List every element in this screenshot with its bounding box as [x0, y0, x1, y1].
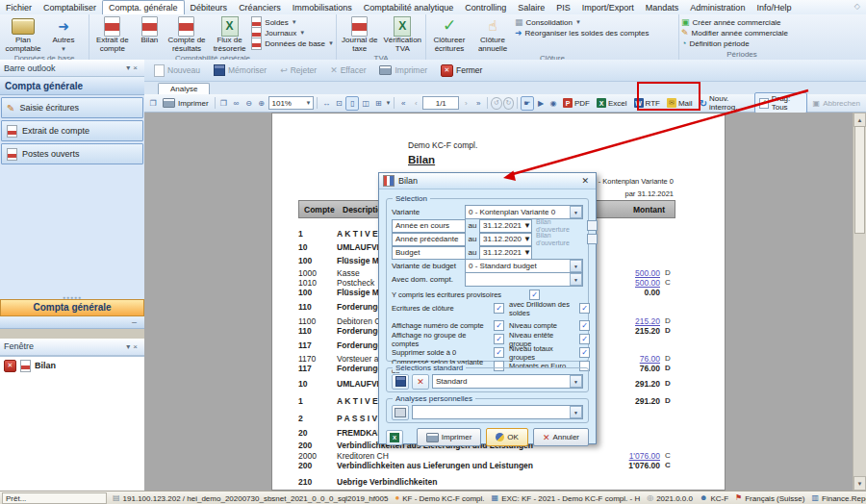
menu-item[interactable]: Immobilisations	[287, 0, 358, 14]
hand-tool-icon[interactable]: ☛	[521, 96, 534, 111]
period-date-combo[interactable]: 31.12.2021 ▼	[479, 219, 532, 233]
sidebar-item[interactable]: Postes ouverts	[1, 143, 143, 164]
bilan-ouverture-checkbox[interactable]	[587, 220, 598, 231]
sidebar-collapse-strip[interactable]: –	[0, 316, 144, 329]
history-forward-icon[interactable]: ↻	[503, 97, 514, 110]
export-rtf-button[interactable]: W RTF	[631, 97, 663, 109]
definition-periode-button[interactable]: ◔ Définition période	[681, 38, 788, 48]
nouveau-button[interactable]: Nouveau	[148, 63, 206, 79]
cloture-annuelle-button[interactable]: ☝ Clôture annuelle	[471, 15, 514, 53]
page-indicator[interactable]: 1/1	[422, 96, 459, 110]
app-corner-icon[interactable]: ◇	[849, 0, 866, 13]
plan-comptable-button[interactable]: Plan comptable	[2, 15, 44, 53]
tab-analyse[interactable]: Analyse	[158, 83, 210, 94]
amount-drilldown-link[interactable]	[607, 477, 660, 487]
cancel-button[interactable]: ▣ Abbrechen	[808, 96, 863, 111]
amount-drilldown-link[interactable]: 0.00	[607, 288, 660, 297]
journaux-button[interactable]: Journaux▼	[251, 28, 334, 38]
option-checkbox[interactable]	[494, 334, 504, 344]
amount-drilldown-link[interactable]	[607, 441, 660, 450]
scroll-down-icon[interactable]: ▼	[853, 476, 866, 491]
dialog-print-button[interactable]: Imprimer	[417, 428, 482, 446]
option-checkbox[interactable]	[579, 320, 590, 331]
history-back-icon[interactable]: ↺	[491, 97, 501, 110]
bilan-button[interactable]: Bilan	[135, 15, 166, 45]
verification-tva-button[interactable]: X Vérification TVA	[382, 15, 424, 53]
menu-item[interactable]: Créanciers	[233, 0, 287, 14]
search-icon[interactable]: ∞	[230, 97, 242, 110]
modifier-annee-commerciale-button[interactable]: ✎ Modifier année commerciale	[681, 28, 788, 38]
option-checkbox[interactable]	[579, 303, 590, 314]
budget-variant-combo[interactable]: 0 - Standard budget ▼	[465, 259, 583, 273]
consolidation-button[interactable]: ▦ Consolidation▼	[515, 17, 650, 27]
autres-button[interactable]: ➜ Autres ▼	[45, 15, 82, 53]
single-page-icon[interactable]: ▯	[345, 96, 359, 111]
sidebar-item[interactable]: ✎ Saisie écritures	[1, 97, 143, 118]
export-mail-button[interactable]: ✉ Mail	[664, 97, 696, 109]
menu-item[interactable]: Controlling	[459, 0, 512, 14]
menu-item[interactable]: Comptabiliser	[38, 0, 102, 14]
menu-item[interactable]: PIS	[550, 0, 576, 14]
creer-annee-commerciale-button[interactable]: ▣ Créer année commerciale	[681, 17, 788, 27]
copy-page-icon[interactable]: ❐	[217, 97, 229, 110]
soldes-button[interactable]: Soldes▼	[251, 17, 334, 27]
standard-selection-combo[interactable]: Standard ▼	[432, 374, 583, 389]
amount-drilldown-link[interactable]	[607, 414, 660, 423]
amount-drilldown-link[interactable]: 76.00	[607, 354, 660, 364]
drag-toggle[interactable]: ✓ Drag: Tous	[754, 92, 807, 113]
dialog-titlebar[interactable]: Bilan ✕	[379, 173, 596, 189]
zoom-in-icon[interactable]: ⊕	[255, 97, 267, 110]
period-name-input[interactable]: Année en cours	[392, 219, 466, 233]
dom-combo[interactable]: ▼	[465, 272, 583, 287]
effacer-button[interactable]: ✕ Effacer	[324, 63, 371, 77]
menu-item[interactable]: Import/Export	[576, 0, 640, 14]
close-window-icon[interactable]: ✕	[4, 360, 16, 372]
amount-drilldown-link[interactable]: 291.20	[607, 379, 660, 389]
close-icon[interactable]: ×	[133, 63, 140, 72]
fit-page-icon[interactable]: ⊡	[333, 97, 344, 110]
delete-selection-button[interactable]: ✕	[412, 374, 429, 390]
provisoires-checkbox[interactable]	[529, 290, 540, 300]
amount-drilldown-link[interactable]: 1'076.00	[607, 461, 660, 470]
scrollbar-thumb[interactable]	[854, 126, 865, 234]
chevron-down-icon[interactable]: ▼	[570, 206, 582, 218]
next-page-icon[interactable]: ›	[460, 97, 471, 110]
save-selection-button[interactable]	[392, 374, 409, 390]
snapshot-icon[interactable]: ◉	[548, 97, 559, 110]
close-icon[interactable]: ✕	[578, 176, 592, 186]
imprimer-button[interactable]: Imprimer	[373, 63, 433, 77]
menu-item[interactable]: Comptabilité analytique	[358, 0, 460, 14]
menu-item[interactable]: Débiteurs	[185, 0, 234, 14]
first-page-icon[interactable]: «	[397, 97, 409, 110]
menu-item[interactable]: Compta. générale	[102, 0, 185, 14]
amount-drilldown-link[interactable]: 500.00	[607, 268, 660, 278]
option-checkbox[interactable]	[494, 303, 504, 314]
fit-width-icon[interactable]: ↔	[320, 97, 332, 110]
amount-drilldown-link[interactable]: 1'076.00	[607, 451, 660, 461]
vertical-scrollbar[interactable]: ▲ ▼	[853, 113, 866, 491]
menu-item[interactable]: Info/Help	[751, 0, 797, 14]
export-excel-button[interactable]: X Excel	[594, 97, 630, 109]
two-pages-icon[interactable]: ◫	[360, 97, 371, 110]
cancel-button[interactable]: ✕ Annuler	[533, 428, 589, 446]
amount-drilldown-link[interactable]: 291.20	[607, 396, 660, 406]
menu-item[interactable]: Fichier	[0, 0, 38, 14]
reorganiser-soldes-button[interactable]: ➜ Réorganiser les soldes des comptes	[515, 28, 650, 38]
last-page-icon[interactable]: »	[472, 97, 484, 110]
menu-item[interactable]: Salaire	[512, 0, 550, 14]
export-pdf-button[interactable]: P PDF	[560, 97, 593, 109]
sidebar-item[interactable]: Extrait de compte	[1, 120, 143, 141]
amount-drilldown-link[interactable]: 215.20	[607, 326, 660, 336]
period-date-combo[interactable]: 31.12.2020 ▼	[479, 233, 532, 246]
print-button[interactable]: Imprimer	[160, 97, 212, 109]
new-query-button[interactable]: ↻ Nouv. interrog.	[697, 93, 753, 113]
scroll-up-icon[interactable]: ▲	[853, 113, 866, 127]
amount-drilldown-link[interactable]	[607, 242, 660, 252]
compta-generale-group-button[interactable]: Compta générale	[0, 299, 144, 316]
amount-drilldown-link[interactable]	[607, 256, 660, 265]
option-checkbox[interactable]	[579, 334, 590, 344]
donnees-de-base-button[interactable]: Données de base▼	[251, 38, 334, 48]
amount-drilldown-link[interactable]	[607, 229, 660, 239]
period-name-input[interactable]: Année précédante	[392, 233, 466, 246]
rejeter-button[interactable]: ↩ Rejeter	[274, 63, 322, 77]
